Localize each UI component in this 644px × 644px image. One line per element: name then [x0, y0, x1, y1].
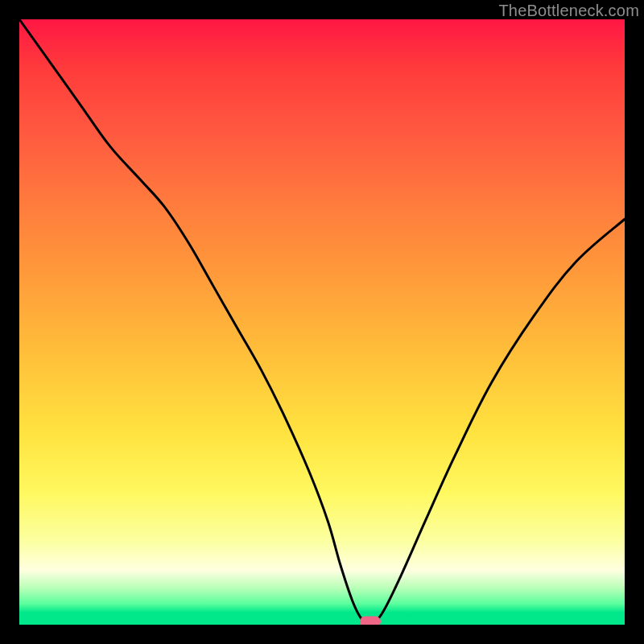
watermark-text: TheBottleneck.com [498, 2, 639, 20]
plot-area [19, 19, 625, 625]
minimum-marker [360, 617, 381, 625]
bottleneck-curve [19, 19, 625, 625]
chart-frame: TheBottleneck.com [0, 0, 644, 644]
